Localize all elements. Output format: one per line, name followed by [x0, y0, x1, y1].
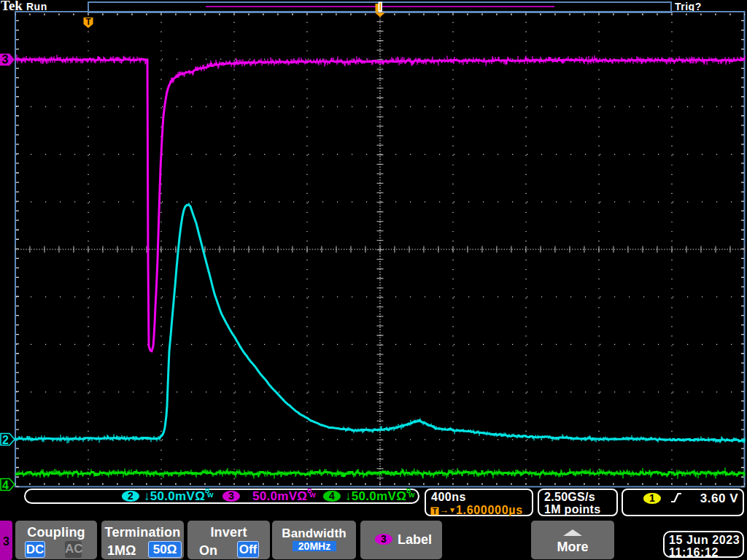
svg-text:T: T: [86, 17, 92, 27]
svg-text:3: 3: [2, 53, 9, 66]
svg-text:T: T: [433, 508, 437, 516]
svg-text:4: 4: [2, 479, 9, 491]
svg-text:2: 2: [2, 434, 9, 446]
